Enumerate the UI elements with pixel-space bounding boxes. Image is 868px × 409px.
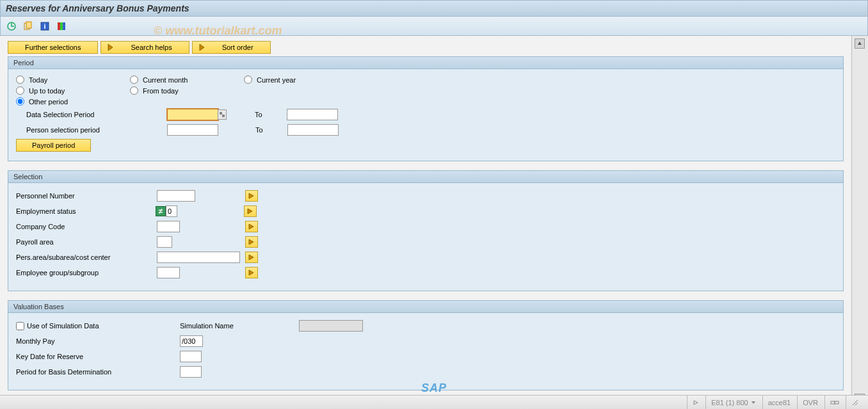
svg-rect-8 bbox=[220, 112, 222, 115]
payroll-period-label: Payroll period bbox=[32, 141, 75, 149]
company-code-input[interactable] bbox=[157, 221, 180, 232]
scroll-up-button[interactable] bbox=[855, 38, 865, 49]
status-host: acce81 bbox=[762, 396, 796, 409]
status-triangle-icon[interactable] bbox=[687, 396, 704, 409]
data-sel-from-input[interactable] bbox=[167, 109, 218, 120]
svg-rect-5 bbox=[58, 22, 60, 30]
svg-rect-7 bbox=[63, 22, 65, 30]
selection-group-title: Selection bbox=[8, 171, 843, 183]
radio-from-today[interactable]: From today bbox=[130, 86, 239, 95]
company-code-label: Company Code bbox=[16, 223, 157, 230]
person-sel-from-input[interactable] bbox=[167, 124, 218, 136]
to-label-1: To bbox=[255, 111, 287, 118]
data-sel-period-label: Data Selection Period bbox=[16, 111, 167, 118]
valuation-bases-title: Valuation Bases bbox=[8, 301, 843, 313]
sap-logo: SAP bbox=[421, 381, 447, 395]
info-icon[interactable]: i bbox=[39, 20, 51, 32]
status-system[interactable]: E81 (1) 800 bbox=[705, 396, 760, 409]
pers-area-label: Pers.area/subarea/cost center bbox=[16, 253, 157, 261]
arrow-right-icon bbox=[248, 223, 255, 230]
further-selections-label: Further selections bbox=[13, 44, 92, 51]
radio-current-month[interactable]: Current month bbox=[130, 76, 239, 84]
f4-help-icon[interactable] bbox=[218, 109, 227, 120]
further-selections-button[interactable]: Further selections bbox=[8, 41, 98, 54]
pers-area-multi-button[interactable] bbox=[245, 252, 258, 263]
action-button-row: Further selections Search helps Sort ord… bbox=[8, 41, 844, 54]
employment-status-input[interactable] bbox=[166, 205, 177, 217]
period-group-title: Period bbox=[8, 57, 843, 69]
arrow-right-icon bbox=[248, 269, 255, 276]
radio-current-month-label: Current month bbox=[143, 76, 188, 84]
radio-other-period-label: Other period bbox=[29, 98, 68, 106]
arrow-right-icon bbox=[248, 239, 255, 245]
period-basis-label: Period for Basis Determination bbox=[16, 368, 180, 376]
monthly-pay-label: Monthly Pay bbox=[16, 337, 180, 345]
svg-text:i: i bbox=[44, 22, 45, 30]
simulation-name-label: Simulation Name bbox=[180, 322, 299, 330]
data-sel-to-input[interactable] bbox=[287, 109, 338, 120]
arrow-right-icon bbox=[198, 43, 207, 52]
svg-rect-2 bbox=[26, 22, 31, 28]
arrow-right-icon bbox=[246, 208, 254, 214]
sort-order-button[interactable]: Sort order bbox=[192, 41, 271, 54]
to-label-2: To bbox=[255, 126, 287, 134]
status-mode: OVR bbox=[797, 396, 823, 409]
svg-rect-10 bbox=[831, 401, 835, 404]
employee-group-input[interactable] bbox=[157, 267, 180, 278]
arrow-right-icon bbox=[106, 43, 115, 52]
key-date-reserve-input[interactable] bbox=[180, 351, 202, 362]
execute-icon[interactable] bbox=[6, 20, 17, 32]
use-sim-data-checkbox[interactable]: Use of Simulation Data bbox=[16, 322, 180, 330]
personnel-number-label: Personnel Number bbox=[16, 192, 157, 200]
pers-area-input[interactable] bbox=[157, 252, 240, 263]
status-system-label: E81 (1) 800 bbox=[711, 399, 748, 406]
radio-current-year-label: Current year bbox=[257, 76, 296, 84]
personnel-number-input[interactable] bbox=[157, 190, 195, 202]
status-bar: E81 (1) 800 acce81 OVR bbox=[0, 395, 868, 409]
simulation-name-input bbox=[299, 320, 363, 332]
not-equal-icon[interactable]: ≠ bbox=[156, 206, 166, 216]
search-helps-label: Search helps bbox=[119, 44, 183, 51]
payroll-area-multi-button[interactable] bbox=[245, 236, 258, 248]
color-legend-icon[interactable] bbox=[56, 20, 67, 32]
valuation-bases-group: Valuation Bases Use of Simulation Data S… bbox=[8, 300, 844, 390]
employment-status-label: Employment status bbox=[16, 207, 157, 215]
radio-today[interactable]: Today bbox=[16, 76, 125, 84]
status-link-icon[interactable] bbox=[824, 396, 844, 409]
sort-order-label: Sort order bbox=[211, 44, 265, 51]
radio-today-label: Today bbox=[29, 76, 47, 84]
person-sel-to-input[interactable] bbox=[287, 124, 339, 136]
title-bar: Reserves for Anniversary Bonus Payments bbox=[0, 0, 868, 17]
dropdown-icon bbox=[751, 400, 756, 405]
page-title: Reserves for Anniversary Bonus Payments bbox=[6, 3, 862, 13]
radio-from-today-label: From today bbox=[143, 87, 179, 95]
radio-up-to-today-label: Up to today bbox=[29, 87, 65, 95]
get-variant-icon[interactable] bbox=[22, 20, 34, 32]
person-sel-period-label: Person selection period bbox=[16, 126, 167, 134]
personnel-number-multi-button[interactable] bbox=[245, 190, 258, 202]
arrow-right-icon bbox=[248, 193, 255, 199]
key-date-reserve-label: Key Date for Reserve bbox=[16, 353, 180, 360]
employee-group-label: Employee group/subgroup bbox=[16, 269, 157, 277]
employment-status-multi-button[interactable] bbox=[244, 205, 257, 217]
selection-group: Selection Personnel Number Employment st… bbox=[8, 170, 844, 291]
svg-rect-6 bbox=[60, 22, 63, 30]
svg-rect-11 bbox=[835, 401, 839, 404]
payroll-area-input[interactable] bbox=[157, 236, 172, 248]
vertical-scrollbar[interactable] bbox=[851, 36, 868, 406]
monthly-pay-input[interactable] bbox=[180, 335, 203, 347]
payroll-period-button[interactable]: Payroll period bbox=[16, 139, 91, 152]
status-resize-icon[interactable] bbox=[846, 396, 864, 409]
app-toolbar: i bbox=[0, 17, 868, 36]
search-helps-button[interactable]: Search helps bbox=[100, 41, 189, 54]
radio-up-to-today[interactable]: Up to today bbox=[16, 86, 125, 95]
company-code-multi-button[interactable] bbox=[245, 221, 258, 232]
period-basis-input[interactable] bbox=[180, 366, 202, 378]
payroll-area-label: Payroll area bbox=[16, 238, 157, 246]
svg-rect-9 bbox=[222, 115, 225, 117]
radio-current-year[interactable]: Current year bbox=[244, 76, 353, 84]
employee-group-multi-button[interactable] bbox=[245, 267, 258, 278]
radio-other-period[interactable]: Other period bbox=[16, 97, 125, 106]
arrow-right-icon bbox=[248, 254, 255, 261]
period-group: Period Today Current month Current year … bbox=[8, 56, 844, 161]
